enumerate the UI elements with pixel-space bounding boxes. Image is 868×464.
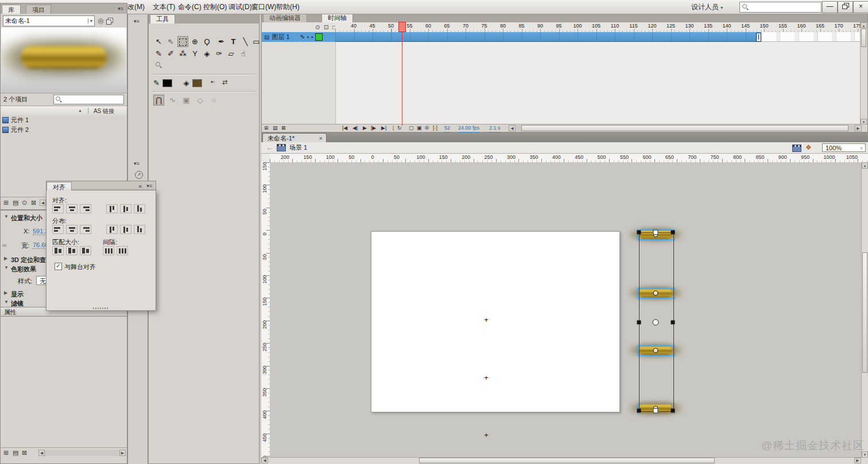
- empty-frames[interactable]: [761, 32, 861, 42]
- eraser-tool[interactable]: ▱: [226, 48, 237, 59]
- edit-multiple-frames-icon[interactable]: ⦾: [425, 124, 429, 132]
- match-both-button[interactable]: [80, 246, 91, 255]
- tab-timeline[interactable]: 时间轴: [321, 13, 353, 22]
- align-to-stage-checkbox[interactable]: ✓: [55, 263, 62, 270]
- selection-tool[interactable]: ↖: [153, 36, 164, 47]
- 3d-rotation-tool[interactable]: ⊕: [189, 36, 200, 47]
- section-position-size[interactable]: 位置和大小: [11, 214, 42, 223]
- panel-menu-icon[interactable]: ▾≡: [134, 18, 140, 24]
- motion-tween-span[interactable]: [335, 32, 761, 42]
- twirl-open-icon[interactable]: ▼: [4, 214, 9, 219]
- expand-panel-icon[interactable]: ↗: [135, 171, 143, 179]
- show-hide-all-icon[interactable]: ⊙: [315, 24, 320, 30]
- constrain-chain-icon[interactable]: ∞: [2, 241, 7, 248]
- menu-item-0[interactable]: 改(M): [127, 2, 145, 12]
- bone-tool[interactable]: Y: [189, 48, 200, 59]
- elapsed-time-value[interactable]: 2.1 s: [489, 124, 501, 132]
- delete-filter-icon[interactable]: ⊠: [22, 449, 27, 457]
- scroll-right-icon[interactable]: ▶: [119, 450, 126, 456]
- tool-option-scale[interactable]: ○: [208, 95, 219, 106]
- filter-presets-icon[interactable]: ▤: [13, 449, 18, 457]
- new-folder-icon[interactable]: ▤: [273, 124, 278, 132]
- section-display[interactable]: 显示: [11, 290, 24, 299]
- timeline-frame-ruler[interactable]: 4045505560657075808590951001051101151201…: [335, 22, 861, 33]
- panel-menu-icon[interactable]: ▾≡: [134, 161, 140, 166]
- library-item[interactable]: 元件 2: [1, 125, 127, 135]
- prev-frame-button[interactable]: ◀|: [352, 124, 358, 132]
- paint-bucket-tool[interactable]: ◈: [202, 48, 212, 59]
- document-tab[interactable]: 未命名-1* ×: [262, 133, 327, 142]
- stroke-color-swatch[interactable]: [162, 79, 172, 87]
- zoom-tool[interactable]: [153, 60, 164, 71]
- menu-item-5[interactable]: 窗口(W): [251, 2, 276, 12]
- distribute-right-button[interactable]: [134, 225, 145, 234]
- transform-handle[interactable]: [671, 321, 675, 325]
- add-filter-icon[interactable]: ⊞: [3, 449, 9, 457]
- distribute-left-button[interactable]: [106, 225, 118, 234]
- distribute-bottom-button[interactable]: [80, 225, 91, 234]
- layer-row[interactable]: ▤ 图层 1 ✎ • •: [262, 32, 335, 42]
- transform-handle[interactable]: [653, 230, 658, 235]
- timeline-vertical-scrollbar[interactable]: ▴ ▾: [860, 22, 867, 124]
- section-color-effect[interactable]: 色彩效果: [11, 265, 36, 274]
- eyedropper-tool[interactable]: ✑: [214, 48, 224, 59]
- distribute-center-button[interactable]: [120, 225, 131, 234]
- menu-item-4[interactable]: 调试(D): [228, 2, 252, 12]
- lock-all-icon[interactable]: ⊡: [324, 24, 328, 30]
- line-tool[interactable]: ╲: [240, 36, 251, 47]
- frames-track[interactable]: [335, 32, 861, 42]
- delete-layer-icon[interactable]: ⊠: [281, 124, 286, 132]
- scroll-thumb[interactable]: [862, 252, 867, 373]
- twirl-closed-icon[interactable]: ▶: [4, 290, 7, 295]
- props-hscroll-track[interactable]: [45, 450, 119, 456]
- onion-skin-icon[interactable]: ▢: [409, 124, 414, 132]
- stage-canvas[interactable]: + + +: [270, 162, 861, 458]
- scroll-left-icon[interactable]: ◀: [261, 458, 268, 463]
- scroll-up-icon[interactable]: ▴: [861, 22, 867, 28]
- new-library-panel-icon[interactable]: [106, 18, 113, 24]
- scroll-right-icon[interactable]: ▶: [854, 458, 861, 463]
- space-horizontal-button[interactable]: [117, 246, 128, 255]
- transform-center-point[interactable]: [653, 319, 659, 326]
- fill-color-swatch[interactable]: [192, 79, 202, 87]
- tab-library[interactable]: 库: [2, 5, 21, 14]
- match-width-button[interactable]: [52, 246, 64, 255]
- twirl-open-icon[interactable]: ▼: [4, 299, 9, 305]
- window-restore-button[interactable]: [838, 1, 853, 13]
- black-white-colors-icon[interactable]: ▪▫: [211, 79, 215, 85]
- new-symbol-icon[interactable]: ⊞: [3, 199, 9, 206]
- modify-markers-icon[interactable]: [·]: [433, 124, 437, 132]
- zoom-select[interactable]: 100% ˅: [822, 143, 866, 152]
- space-vertical-button[interactable]: [103, 246, 114, 255]
- match-height-button[interactable]: [66, 246, 78, 255]
- library-search-input[interactable]: [64, 96, 119, 104]
- tween-end-frame[interactable]: [756, 33, 761, 42]
- tool-option-rotate[interactable]: ◇: [195, 95, 206, 106]
- filters-list[interactable]: [1, 317, 127, 448]
- scroll-right-icon[interactable]: ▶: [855, 125, 862, 131]
- back-arrow-icon[interactable]: ←: [266, 143, 273, 152]
- workspace-switcher[interactable]: 设计人员 ▾: [691, 2, 723, 12]
- free-transform-tool[interactable]: [177, 36, 188, 47]
- tool-option-smooth[interactable]: ∿: [167, 95, 178, 106]
- next-frame-button[interactable]: |▶: [371, 124, 376, 132]
- tab-project[interactable]: 项目: [26, 5, 51, 14]
- align-panel-header[interactable]: 对齐 « ▾≡: [46, 181, 156, 190]
- text-tool[interactable]: T: [228, 36, 239, 47]
- resize-grip[interactable]: [93, 307, 109, 309]
- new-folder-icon[interactable]: ▤: [13, 199, 18, 206]
- library-search[interactable]: [53, 95, 124, 104]
- close-icon[interactable]: ×: [319, 134, 323, 143]
- transform-handle[interactable]: [637, 231, 641, 235]
- first-frame-button[interactable]: |◀: [342, 124, 347, 132]
- transform-handle[interactable]: [671, 231, 675, 235]
- scroll-left-icon[interactable]: ◀: [40, 200, 46, 206]
- menu-item-6[interactable]: 帮助(H): [276, 2, 300, 12]
- collapse-icon[interactable]: «: [138, 183, 142, 189]
- twirl-open-icon[interactable]: ▼: [4, 265, 9, 270]
- scroll-left-icon[interactable]: ◀: [38, 450, 45, 456]
- align-right-button[interactable]: [80, 204, 91, 213]
- scroll-up-icon[interactable]: ▴: [862, 162, 868, 169]
- delete-item-icon[interactable]: ⊠: [31, 199, 36, 206]
- panel-menu-icon[interactable]: ▾≡: [146, 183, 152, 189]
